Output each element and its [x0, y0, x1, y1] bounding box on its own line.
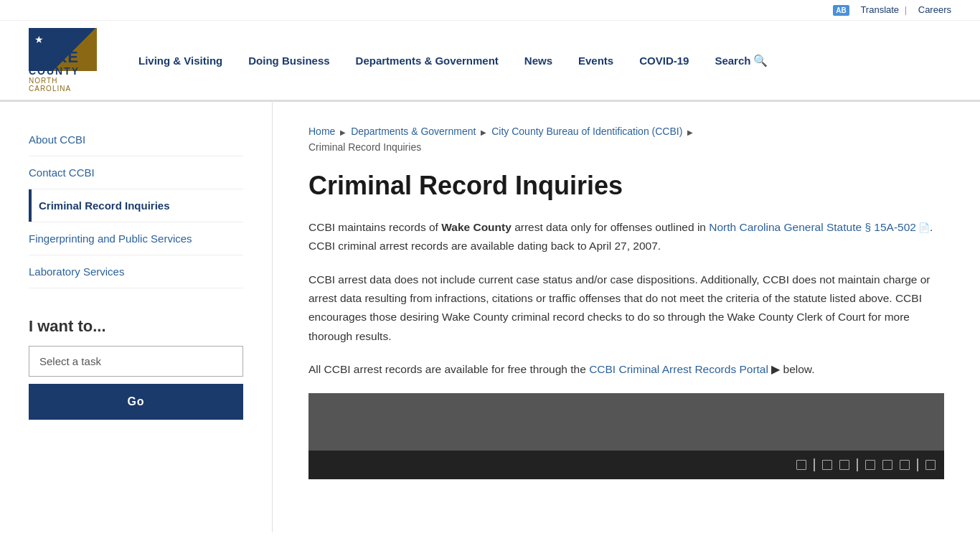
translate-link[interactable]: Translate — [860, 4, 899, 15]
sidebar-link-fingerprinting[interactable]: Fingerprinting and Public Services — [29, 222, 243, 255]
sidebar-item-criminal: Criminal Record Inquiries — [29, 189, 243, 222]
para1-mid: arrest data only for offenses outlined i… — [512, 221, 709, 233]
video-ctrl-3 — [822, 460, 832, 470]
nav-item-news[interactable]: News — [512, 49, 565, 72]
nav-item-events[interactable]: Events — [565, 49, 626, 72]
go-button[interactable]: Go — [29, 384, 243, 420]
video-ctrl-5 — [857, 458, 858, 471]
sidebar-link-contact[interactable]: Contact CCBI — [29, 156, 243, 189]
video-ctrl-2 — [814, 458, 815, 471]
video-ctrl-9 — [917, 458, 918, 471]
video-placeholder — [308, 393, 944, 479]
content-wrapper: About CCBI Contact CCBI Criminal Record … — [0, 102, 980, 532]
para3-post: below. — [780, 363, 814, 375]
logo-county: COUNTY — [29, 65, 97, 77]
logo[interactable]: ★ WAKE COUNTY NORTH CAROLINA — [29, 28, 97, 93]
sidebar-nav: About CCBI Contact CCBI Criminal Record … — [29, 123, 243, 288]
nav-item-departments[interactable]: Departments & Government — [343, 49, 512, 72]
breadcrumb-arrow-1: ▶ — [340, 128, 346, 136]
file-icon: 📄 — [918, 222, 930, 233]
nav-item-search[interactable]: Search 🔍 — [702, 48, 781, 73]
para1-pre: CCBI maintains records of — [308, 221, 441, 233]
sidebar-link-criminal[interactable]: Criminal Record Inquiries — [29, 189, 243, 222]
search-label: Search — [715, 55, 750, 67]
main-content: Home ▶ Departments & Government ▶ City C… — [273, 102, 980, 532]
breadcrumb: Home ▶ Departments & Government ▶ City C… — [308, 123, 944, 156]
logo-wake: WAKE — [29, 50, 97, 65]
sidebar-link-laboratory[interactable]: Laboratory Services — [29, 255, 243, 288]
sidebar-item-fingerprinting: Fingerprinting and Public Services — [29, 222, 243, 255]
sidebar-item-contact: Contact CCBI — [29, 156, 243, 189]
page-title: Criminal Record Inquiries — [308, 170, 944, 201]
breadcrumb-current: Criminal Record Inquiries — [308, 141, 421, 153]
video-ctrl-10 — [925, 460, 936, 470]
breadcrumb-ccbi[interactable]: City County Bureau of Identification (CC… — [491, 126, 682, 137]
nav-item-living[interactable]: Living & Visiting — [126, 49, 235, 72]
sidebar-link-about[interactable]: About CCBI — [29, 123, 243, 156]
sidebar-item-about: About CCBI — [29, 123, 243, 156]
careers-link[interactable]: Careers — [918, 4, 951, 15]
video-ctrl-6 — [865, 460, 875, 470]
search-icon: 🔍 — [753, 54, 768, 67]
i-want-to-label: I want to... — [29, 317, 243, 336]
video-ctrl-4 — [839, 460, 849, 470]
task-select[interactable]: Select a task — [29, 346, 243, 377]
logo-image: ★ WAKE COUNTY NORTH CAROLINA — [29, 28, 97, 93]
logo-nc: NORTH CAROLINA — [29, 77, 97, 93]
para1-bold: Wake County — [441, 221, 512, 233]
paragraph-2: CCBI arrest data does not include curren… — [308, 270, 944, 346]
logo-text: WAKE COUNTY NORTH CAROLINA — [29, 50, 97, 93]
sidebar-item-laboratory: Laboratory Services — [29, 255, 243, 288]
breadcrumb-arrow-3: ▶ — [687, 128, 693, 136]
para3-pre: All CCBI arrest records are available fo… — [308, 363, 589, 375]
logo-star: ★ — [34, 34, 44, 45]
nc-statute-link[interactable]: North Carolina General Statute § 15A-502 — [709, 221, 916, 233]
paragraph-1: CCBI maintains records of Wake County ar… — [308, 218, 944, 256]
nav-item-covid[interactable]: COVID-19 — [626, 49, 702, 72]
separator: | — [905, 4, 907, 15]
paragraph-3: All CCBI arrest records are available fo… — [308, 360, 944, 379]
nav-item-business[interactable]: Doing Business — [235, 49, 342, 72]
breadcrumb-arrow-2: ▶ — [481, 128, 486, 136]
translate-icon: AB — [833, 5, 849, 16]
main-nav: Living & Visiting Doing Business Departm… — [126, 48, 951, 73]
video-ctrl-8 — [900, 460, 910, 470]
arrow-portal: ▶ — [768, 363, 780, 375]
breadcrumb-departments[interactable]: Departments & Government — [351, 126, 476, 137]
top-bar: AB Translate | Careers — [0, 0, 980, 21]
video-ctrl-7 — [882, 460, 892, 470]
portal-link[interactable]: CCBI Criminal Arrest Records Portal — [589, 363, 768, 375]
sidebar: About CCBI Contact CCBI Criminal Record … — [0, 102, 273, 532]
video-ctrl-1 — [796, 460, 806, 470]
site-header: ★ WAKE COUNTY NORTH CAROLINA Living & Vi… — [0, 21, 980, 102]
video-controls-bar — [308, 451, 944, 479]
breadcrumb-home[interactable]: Home — [308, 126, 335, 137]
